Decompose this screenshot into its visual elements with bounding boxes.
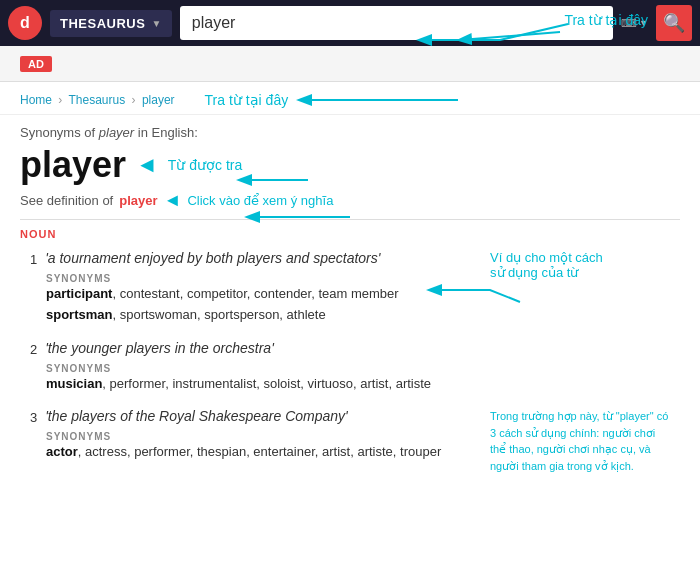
breadcrumb-annotation: Tra từ tại đây	[205, 92, 289, 108]
main-entry: Synonyms of player in English: player ◄ …	[0, 115, 700, 487]
breadcrumb-sep2: ›	[132, 93, 136, 107]
sense-number-2: 2	[30, 342, 37, 357]
logo: d	[8, 6, 42, 40]
search-button[interactable]: 🔍	[656, 5, 692, 41]
word-tip-annotation: Từ được tra	[168, 157, 242, 173]
word-title: player	[20, 144, 126, 186]
syn-words-2: musician, performer, instrumentalist, so…	[46, 374, 680, 395]
breadcrumb-area: Home › Thesaurus › player Tra từ tại đây	[0, 82, 700, 115]
sense-number-3: 3	[30, 410, 37, 425]
word-italic: player	[99, 125, 134, 140]
content-area: Home › Thesaurus › player Tra từ tại đây…	[0, 82, 700, 487]
syn-bold-2: musician	[46, 376, 102, 391]
synonyms-of-line: Synonyms of player in English:	[20, 125, 680, 140]
breadcrumb-thesaurus[interactable]: Thesaurus	[68, 93, 125, 107]
keyboard-symbol: ⌨	[621, 17, 637, 30]
see-definition-row: See definition of player ◄ Click vào để …	[20, 190, 680, 211]
search-icon: 🔍	[663, 12, 685, 34]
logo-letter: d	[20, 14, 30, 32]
see-definition-link[interactable]: player	[119, 193, 157, 208]
syn-words-1b: sportsman, sportswoman, sportsperson, at…	[46, 305, 680, 326]
pos-label: NOUN	[20, 228, 680, 240]
breadcrumb-sep1: ›	[58, 93, 62, 107]
left-arrow-icon: ◄	[136, 152, 158, 178]
keyboard-dropdown-arrow: ▼	[639, 18, 648, 28]
breadcrumb: Home › Thesaurus › player	[20, 93, 175, 107]
see-def-prefix: See definition of	[20, 193, 113, 208]
syn-bold-3: actor	[46, 444, 78, 459]
word-title-row: player ◄ Từ được tra	[20, 144, 680, 186]
syn-bold-1a: participant	[46, 286, 112, 301]
see-def-annotation: Click vào để xem ý nghĩa	[187, 193, 333, 208]
header: d THESAURUS ▼ ⌨ ▼ 🔍	[0, 0, 700, 46]
sense-item-1: 1 'a tournament enjoyed by both players …	[20, 250, 680, 326]
syn-label-2: SYNONYMS	[46, 363, 680, 374]
sense-number-1: 1	[30, 252, 37, 267]
syn-words-1a: participant, contestant, competitor, con…	[46, 284, 680, 305]
breadcrumb-current: player	[142, 93, 175, 107]
keyboard-icon[interactable]: ⌨ ▼	[621, 17, 648, 30]
sense-example-2: 'the younger players in the orchestra'	[45, 340, 274, 356]
thesaurus-label: THESAURUS	[60, 16, 145, 31]
banner-tag: AD	[20, 56, 52, 72]
thesaurus-dropdown[interactable]: THESAURUS ▼	[50, 10, 172, 37]
see-def-arrow-icon: ◄	[164, 190, 182, 211]
breadcrumb-home[interactable]: Home	[20, 93, 52, 107]
sense-example-1: 'a tournament enjoyed by both players an…	[45, 250, 380, 266]
sense-item-3: 3 'the players of the Royal Shakespeare …	[20, 408, 680, 463]
divider	[20, 219, 680, 220]
search-input[interactable]	[180, 6, 613, 40]
syn-bold-1b: sportsman	[46, 307, 112, 322]
sense-example-3: 'the players of the Royal Shakespeare Co…	[45, 408, 348, 424]
example-tip-annotation: Ví dụ cho một cáchsử dụng của từ	[490, 250, 670, 280]
sense-item-2: 2 'the younger players in the orchestra'…	[20, 340, 680, 395]
banner-strip: AD	[0, 46, 700, 82]
sense3-note-annotation: Trong trường hợp này, từ "player" có3 cá…	[490, 408, 680, 474]
chevron-down-icon: ▼	[151, 18, 161, 29]
